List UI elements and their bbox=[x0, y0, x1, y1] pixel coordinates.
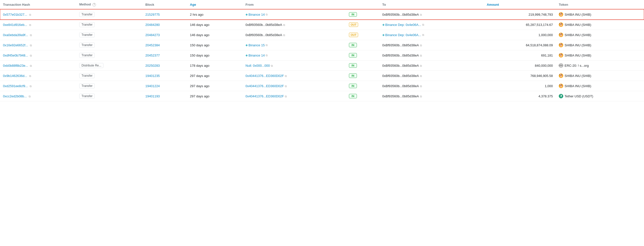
method-badge: Distribute Re... bbox=[79, 63, 104, 68]
from-link[interactable]: Binance 14 bbox=[248, 53, 265, 57]
cell-from: 0xBf93560b...0b85d38eA⧉ bbox=[242, 20, 346, 30]
copy-to-icon[interactable]: ⧉ bbox=[420, 74, 422, 78]
copy-from-icon[interactable]: ⧉ bbox=[285, 95, 287, 98]
copy-to-icon[interactable]: ⧉ bbox=[422, 23, 424, 26]
from-link[interactable]: 0x40441376...ED360D02F bbox=[246, 84, 284, 88]
cell-method: Transfer bbox=[76, 9, 142, 20]
to-link[interactable]: Binance Dep: 0x4e06A... bbox=[385, 33, 421, 37]
copy-tx-icon[interactable]: ⧉ bbox=[30, 44, 32, 47]
copy-to-icon[interactable]: ⧉ bbox=[420, 13, 422, 16]
copy-tx-icon[interactable]: ⧉ bbox=[29, 74, 31, 78]
copy-from-icon[interactable]: ⧉ bbox=[285, 74, 287, 78]
token-cell: ₮ Tether USD (USDT) bbox=[559, 94, 641, 98]
token-label: SHIBA INU (SHIB) bbox=[564, 84, 591, 88]
age-text: 297 days ago bbox=[190, 94, 209, 98]
cell-token: 🐕 SHIBA INU (SHIB) bbox=[556, 9, 644, 20]
table-row: 0xe841d916eb... ⧉ Transfer 20484280 146 … bbox=[0, 20, 644, 30]
tx-hash-link[interactable]: 0xb0b88f8b23e... bbox=[3, 64, 28, 67]
copy-to-icon[interactable]: ⧉ bbox=[420, 64, 422, 67]
shiba-icon: 🐕 bbox=[559, 53, 563, 57]
table-row: 0xb0b88f8b23e... ⧉ Distribute Re... 2025… bbox=[0, 60, 644, 71]
cell-direction: OUT bbox=[346, 30, 379, 40]
from-link[interactable]: 0x40441376...ED360D02F bbox=[246, 94, 284, 98]
tx-hash-link[interactable]: 0x9b1462636d... bbox=[3, 74, 27, 78]
direction-badge: IN bbox=[349, 12, 357, 17]
cell-direction: IN bbox=[346, 60, 379, 71]
block-link[interactable]: 20452377 bbox=[145, 53, 160, 57]
to-link[interactable]: Binance Dep: 0x4e06A... bbox=[385, 23, 421, 27]
from-link[interactable]: 0x40441376...ED360D02F bbox=[246, 74, 284, 78]
cell-age: 2 hrs ago bbox=[187, 9, 242, 20]
from-null-link[interactable]: Null: 0x000...000 bbox=[246, 64, 270, 67]
copy-from-icon[interactable]: ⧉ bbox=[271, 64, 273, 67]
token-cell: 🐕 SHIBA INU (SHIB) bbox=[559, 43, 641, 47]
copy-tx-icon[interactable]: ⧉ bbox=[29, 23, 31, 27]
copy-to-icon[interactable]: ⧉ bbox=[420, 95, 422, 98]
block-link[interactable]: 21529775 bbox=[145, 13, 160, 16]
table-row: 0x16e92e6652f... ⧉ Transfer 20452384 150… bbox=[0, 40, 644, 50]
cell-tx-hash: 0xb0b88f8b23e... ⧉ bbox=[0, 60, 76, 71]
amount-value: 1,000,000 bbox=[538, 33, 553, 37]
tx-hash-link[interactable]: 0x16e92e6652f... bbox=[3, 43, 28, 47]
to-address: 0xBf93560b...0b85d38eA bbox=[382, 94, 419, 98]
from-link[interactable]: Binance 15 bbox=[248, 43, 265, 47]
copy-to-icon[interactable]: ⧉ bbox=[420, 54, 422, 57]
age-text: 150 days ago bbox=[190, 43, 209, 47]
tx-hash-link[interactable]: 0xd2591ee8cf9... bbox=[3, 84, 28, 88]
copy-from-icon[interactable]: ⧉ bbox=[266, 43, 268, 47]
token-cell: 🐕 SHIBA INU (SHIB) bbox=[559, 84, 641, 88]
tx-hash-link[interactable]: 0xdf45e0b7948... bbox=[3, 53, 28, 57]
cell-block: 20484280 bbox=[142, 20, 187, 30]
age-text: 146 days ago bbox=[190, 23, 209, 27]
from-binance: ◈ Binance 14 bbox=[246, 53, 265, 57]
copy-from-icon[interactable]: ⧉ bbox=[285, 85, 287, 88]
from-link[interactable]: Binance 14 bbox=[248, 13, 265, 16]
tx-hash-link[interactable]: 0xe841d916eb... bbox=[3, 23, 27, 27]
tx-hash-link[interactable]: 0xa0ebda39a9f... bbox=[3, 33, 28, 37]
cell-tx-hash: 0xd2591ee8cf9... ⧉ bbox=[0, 81, 76, 91]
cell-direction: IN bbox=[346, 81, 379, 91]
block-link[interactable]: 20484280 bbox=[145, 23, 160, 27]
amount-value: 64,518,874,088.09 bbox=[526, 43, 553, 47]
copy-tx-icon[interactable]: ⧉ bbox=[30, 54, 32, 57]
block-link[interactable]: 19401193 bbox=[145, 94, 160, 98]
tx-hash-link[interactable]: 0xcc2ed2b08b... bbox=[3, 94, 27, 98]
copy-from-icon[interactable]: ⧉ bbox=[283, 23, 285, 27]
copy-tx-icon[interactable]: ⧉ bbox=[30, 64, 32, 67]
block-link[interactable]: 20452384 bbox=[145, 43, 160, 47]
copy-to-icon[interactable]: ⧉ bbox=[422, 33, 424, 37]
copy-tx-icon[interactable]: ⧉ bbox=[29, 95, 31, 98]
method-info-icon[interactable]: ? bbox=[92, 3, 96, 6]
table-row: 0xdf45e0b7948... ⧉ Transfer 20452377 150… bbox=[0, 50, 644, 60]
copy-tx-icon[interactable]: ⧉ bbox=[30, 85, 32, 88]
copy-from-icon[interactable]: ⧉ bbox=[266, 54, 268, 57]
direction-badge: IN bbox=[349, 43, 357, 47]
diamond-icon: ◈ bbox=[246, 43, 248, 47]
direction-badge: OUT bbox=[349, 33, 358, 37]
table-row: 0xcc2ed2b08b... ⧉ Transfer 19401193 297 … bbox=[0, 91, 644, 101]
block-link[interactable]: 19401235 bbox=[145, 74, 160, 78]
copy-to-icon[interactable]: ⧉ bbox=[420, 85, 422, 88]
cell-to: 0xBf93560b...0b85d38eA⧉ bbox=[379, 40, 484, 50]
copy-from-icon[interactable]: ⧉ bbox=[283, 34, 285, 37]
block-link[interactable]: 19401224 bbox=[145, 84, 160, 88]
cell-block: 20452377 bbox=[142, 50, 187, 60]
token-cell: 🐕 SHIBA INU (SHIB) bbox=[559, 53, 641, 57]
shiba-icon: 🐕 bbox=[559, 84, 563, 88]
cell-direction: IN bbox=[346, 9, 379, 20]
cell-tx-hash: 0x577e01b327... ⧉ bbox=[0, 9, 76, 20]
block-link[interactable]: 20250283 bbox=[145, 64, 160, 67]
copy-tx-icon[interactable]: ⧉ bbox=[30, 34, 32, 37]
tx-hash-link[interactable]: 0x577e01b327... bbox=[3, 13, 27, 16]
copy-to-icon[interactable]: ⧉ bbox=[420, 44, 422, 47]
to-binance: ◈ Binance Dep: 0x4e06A... bbox=[382, 33, 421, 37]
table-row: 0xd2591ee8cf9... ⧉ Transfer 19401224 297… bbox=[0, 81, 644, 91]
block-link[interactable]: 20484273 bbox=[145, 33, 160, 37]
cell-direction: IN bbox=[346, 91, 379, 101]
copy-tx-icon[interactable]: ⧉ bbox=[29, 13, 31, 16]
token-cell: ERC ERC-20: ! s...org bbox=[559, 63, 641, 68]
copy-from-icon[interactable]: ⧉ bbox=[266, 13, 268, 16]
direction-badge: IN bbox=[349, 84, 357, 88]
cell-from: ◈ Binance 14 ⧉ bbox=[242, 50, 346, 60]
amount-value: 1,000 bbox=[545, 84, 553, 88]
